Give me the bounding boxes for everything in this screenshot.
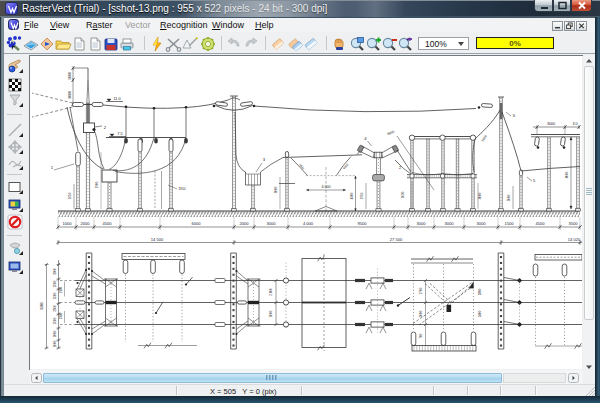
svg-text:2500: 2500 [53,317,57,324]
svg-text:700: 700 [419,333,423,338]
svg-text:1500: 1500 [504,221,514,226]
svg-text:1900: 1900 [481,134,488,142]
svg-text:2000: 2000 [53,340,57,347]
svg-text:2500: 2500 [53,292,57,299]
svg-text:9300: 9300 [40,302,44,310]
svg-text:3500: 3500 [568,221,578,226]
svg-text:3 0: 3 0 [572,122,577,126]
svg-text:1910: 1910 [360,192,364,199]
svg-text:9500: 9500 [357,221,367,226]
svg-text:1900: 1900 [95,181,99,188]
svg-text:2000: 2000 [419,310,423,317]
svg-text:2 800: 2 800 [269,288,273,296]
svg-text:2500: 2500 [53,280,57,287]
svg-text:2000: 2000 [80,221,90,226]
svg-text:4500: 4500 [102,221,112,226]
svg-text:2000: 2000 [269,310,273,317]
svg-text:3000: 3000 [476,221,486,226]
svg-text:6000: 6000 [342,162,349,170]
svg-text:1910: 1910 [178,187,185,191]
svg-text:1900: 1900 [59,286,63,293]
svg-text:7.5: 7.5 [117,132,122,136]
svg-text:4: 4 [364,136,367,141]
svg-text:27 500: 27 500 [390,237,403,242]
svg-text:2: 2 [104,125,107,130]
svg-text:2500: 2500 [53,305,57,312]
svg-text:2: 2 [399,166,401,170]
svg-text:6000: 6000 [191,221,201,226]
svg-text:1030: 1030 [401,191,405,198]
svg-text:2000: 2000 [53,268,57,275]
svg-text:9000: 9000 [68,91,72,99]
svg-text:3000: 3000 [444,221,454,226]
svg-text:14 500: 14 500 [151,237,164,242]
svg-text:14 020: 14 020 [568,237,581,242]
svg-text:4 000: 4 000 [303,221,314,226]
svg-text:4500: 4500 [535,221,545,226]
svg-text:1900: 1900 [59,312,63,319]
svg-text:1000: 1000 [62,221,72,226]
svg-text:2000: 2000 [53,330,57,337]
svg-text:5000: 5000 [507,194,511,201]
svg-text:3000: 3000 [266,221,276,226]
svg-text:3000: 3000 [478,192,482,199]
svg-text:2000: 2000 [239,221,249,226]
svg-text:5: 5 [513,113,516,118]
svg-text:3900: 3900 [386,130,395,136]
svg-text:2800: 2800 [478,288,482,295]
svg-text:1610: 1610 [68,192,72,199]
svg-text:8000: 8000 [565,171,569,178]
svg-text:5: 5 [533,178,536,183]
svg-text:1: 1 [51,165,54,170]
svg-text:3000: 3000 [416,221,426,226]
svg-text:3: 3 [263,157,266,162]
svg-text:2700: 2700 [419,287,423,294]
svg-text:3000: 3000 [274,186,278,193]
svg-text:2400: 2400 [478,310,482,317]
svg-text:4 000: 4 000 [322,185,331,189]
svg-text:5000: 5000 [68,72,72,80]
svg-text:4300: 4300 [350,192,354,199]
svg-text:3000: 3000 [547,122,555,126]
svg-text:11.0: 11.0 [113,97,120,101]
